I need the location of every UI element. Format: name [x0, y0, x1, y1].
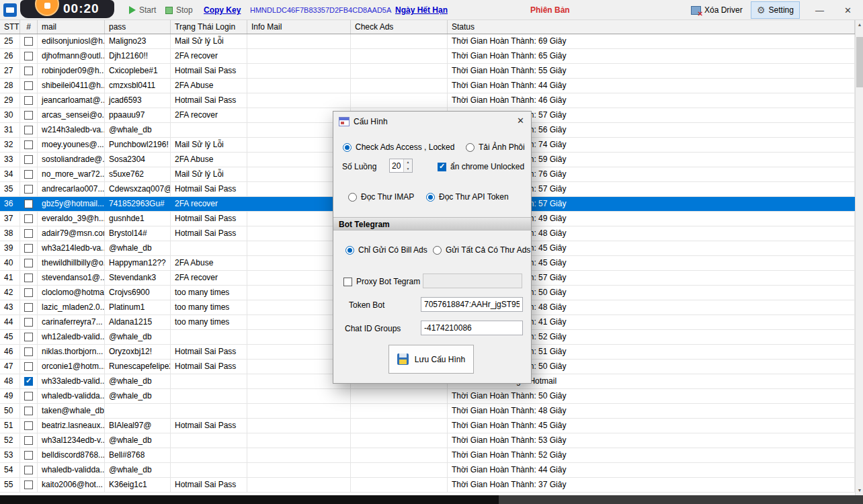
row-checkbox[interactable] — [24, 274, 33, 282]
radio-api-token[interactable]: Đọc Thư API Token — [426, 190, 509, 204]
row-checkbox-cell[interactable] — [20, 138, 38, 152]
expiry-link[interactable]: Ngày Hết Hạn — [395, 0, 448, 20]
horizontal-scrollbar[interactable] — [0, 495, 863, 504]
spinner-down-icon[interactable]: ▼ — [404, 166, 412, 173]
spinner-arrows[interactable]: ▲ ▼ — [403, 159, 412, 172]
chat-id-input[interactable] — [421, 321, 523, 335]
row-checkbox-cell[interactable] — [20, 79, 38, 93]
xoa-driver-button[interactable]: Xóa Driver — [691, 0, 743, 20]
an-chrome-checkbox[interactable]: ẩn chrome Unlocked — [438, 160, 524, 173]
row-checkbox[interactable] — [24, 214, 33, 223]
row-checkbox-cell[interactable] — [20, 182, 38, 196]
radio-imap[interactable]: Đọc Thư IMAP — [348, 190, 414, 204]
row-checkbox[interactable] — [24, 466, 33, 474]
proxy-checkbox[interactable]: Proxy Bot Tegram — [343, 275, 420, 288]
row-checkbox[interactable] — [24, 229, 33, 238]
token-bot-input[interactable] — [421, 297, 523, 312]
row-checkbox[interactable] — [24, 480, 33, 489]
table-row[interactable]: 26 djhofmann@outl... Djh12160!! 2FA reco… — [0, 49, 855, 64]
row-checkbox-cell[interactable] — [20, 389, 38, 403]
copy-key-link[interactable]: Copy Key — [204, 0, 241, 20]
table-row[interactable]: 25 edilsonjuniosl@h... Maligno23 Mail Sử… — [0, 34, 855, 49]
radio-tai-anh-phoi[interactable]: Tải Ảnh Phôi — [466, 140, 525, 154]
row-checkbox-cell[interactable] — [20, 360, 38, 374]
col-header-info[interactable]: Info Mail — [247, 20, 351, 34]
row-checkbox-cell[interactable] — [20, 64, 38, 78]
scroll-up-icon[interactable]: ▲ — [856, 20, 863, 30]
row-checkbox[interactable] — [24, 140, 33, 149]
row-checkbox-cell[interactable] — [20, 404, 38, 418]
row-checkbox[interactable] — [24, 170, 33, 179]
col-header-login[interactable]: Trạng Thái Login — [171, 20, 247, 34]
row-checkbox[interactable] — [24, 81, 33, 90]
row-checkbox-cell[interactable] — [20, 226, 38, 241]
start-button[interactable]: Start — [129, 0, 156, 20]
stop-button[interactable]: Stop — [165, 0, 193, 20]
row-checkbox[interactable] — [24, 451, 33, 460]
spinner-up-icon[interactable]: ▲ — [404, 159, 412, 166]
dialog-title-bar[interactable]: Cấu Hình — [333, 112, 531, 132]
row-checkbox[interactable] — [24, 407, 33, 415]
row-checkbox[interactable] — [24, 52, 33, 60]
row-checkbox-cell[interactable] — [20, 315, 38, 329]
row-checkbox[interactable] — [24, 126, 33, 134]
row-checkbox-cell[interactable] — [20, 374, 38, 388]
proxy-input[interactable] — [423, 274, 522, 288]
table-row[interactable]: 27 robinjoder09@h... Cxicoplebe#1 Hotmai… — [0, 64, 855, 79]
row-checkbox-cell[interactable] — [20, 49, 38, 63]
horizontal-scrollbar-thumb[interactable] — [0, 495, 499, 504]
table-row[interactable]: 52 wh3al1234edb-v... @whale_db Thời Gian… — [0, 433, 855, 448]
row-checkbox[interactable] — [24, 37, 33, 46]
record-stop-icon[interactable] — [35, 0, 59, 16]
so-luong-spinner[interactable]: 20 ▲ ▼ — [389, 159, 413, 173]
row-checkbox-cell[interactable] — [20, 93, 38, 108]
vertical-scrollbar[interactable]: ▲ ▼ — [855, 20, 863, 495]
row-checkbox-cell[interactable] — [20, 448, 38, 462]
minimize-button[interactable]: — — [815, 0, 824, 20]
row-checkbox-cell[interactable] — [20, 478, 38, 492]
row-checkbox[interactable] — [24, 200, 33, 208]
table-row[interactable]: 50 taken@whale_db Thời Gian Hoàn Thành: … — [0, 404, 855, 419]
table-row[interactable]: 29 jeancarloamat@... jcad6593 Hotmail Sa… — [0, 93, 855, 108]
row-checkbox-cell[interactable] — [20, 123, 38, 137]
table-row[interactable]: 54 whaledb-validda... @whale_db Thời Gia… — [0, 463, 855, 478]
radio-send-bill[interactable]: Chỉ Gửi Có Bill Ads — [345, 243, 427, 257]
col-header-ads[interactable]: Check Ads — [351, 20, 448, 34]
vertical-scrollbar-thumb[interactable] — [856, 37, 863, 87]
row-checkbox-cell[interactable] — [20, 419, 38, 433]
col-header-mail[interactable]: mail — [38, 20, 105, 34]
radio-check-ads[interactable]: Check Ads Access , Locked — [343, 140, 454, 154]
dialog-close-icon[interactable]: ✕ — [517, 116, 524, 126]
row-checkbox[interactable] — [24, 155, 33, 164]
row-checkbox[interactable] — [24, 421, 33, 430]
table-row[interactable]: 53 belldiscord8768... Bell#8768 Thời Gia… — [0, 448, 855, 463]
row-checkbox-cell[interactable] — [20, 256, 38, 270]
row-checkbox[interactable] — [24, 392, 33, 401]
save-config-button[interactable]: Lưu Cấu Hình — [388, 345, 474, 374]
row-checkbox[interactable] — [24, 318, 33, 327]
row-checkbox-cell[interactable] — [20, 300, 38, 314]
row-checkbox-cell[interactable] — [20, 433, 38, 448]
row-checkbox[interactable] — [24, 185, 33, 194]
row-checkbox[interactable] — [24, 67, 33, 75]
row-checkbox-cell[interactable] — [20, 271, 38, 285]
row-checkbox-cell[interactable] — [20, 463, 38, 477]
row-checkbox[interactable] — [24, 333, 33, 341]
row-checkbox[interactable] — [24, 259, 33, 267]
row-checkbox[interactable] — [24, 377, 33, 386]
row-checkbox-cell[interactable] — [20, 345, 38, 359]
row-checkbox[interactable] — [24, 303, 33, 312]
row-checkbox-cell[interactable] — [20, 330, 38, 344]
setting-button[interactable]: ⚙ Setting — [751, 1, 800, 19]
recording-timer-overlay[interactable]: 00:20 — [20, 0, 114, 18]
table-row[interactable]: 49 whaledb-validda... @whale_db Thời Gia… — [0, 389, 855, 404]
row-checkbox-cell[interactable] — [20, 167, 38, 181]
row-checkbox[interactable] — [24, 244, 33, 253]
table-row[interactable]: 28 shibeilei0411@h... cmzxsbl0411 2FA Ab… — [0, 79, 855, 93]
col-header-pass[interactable]: pass — [105, 20, 171, 34]
row-checkbox-cell[interactable] — [20, 153, 38, 167]
col-header-stt[interactable]: STT — [0, 20, 20, 34]
scroll-down-icon[interactable]: ▼ — [856, 486, 863, 495]
radio-send-all[interactable]: Gửi Tất Cả Có Thư Ads — [433, 243, 530, 257]
row-checkbox[interactable] — [24, 288, 33, 297]
